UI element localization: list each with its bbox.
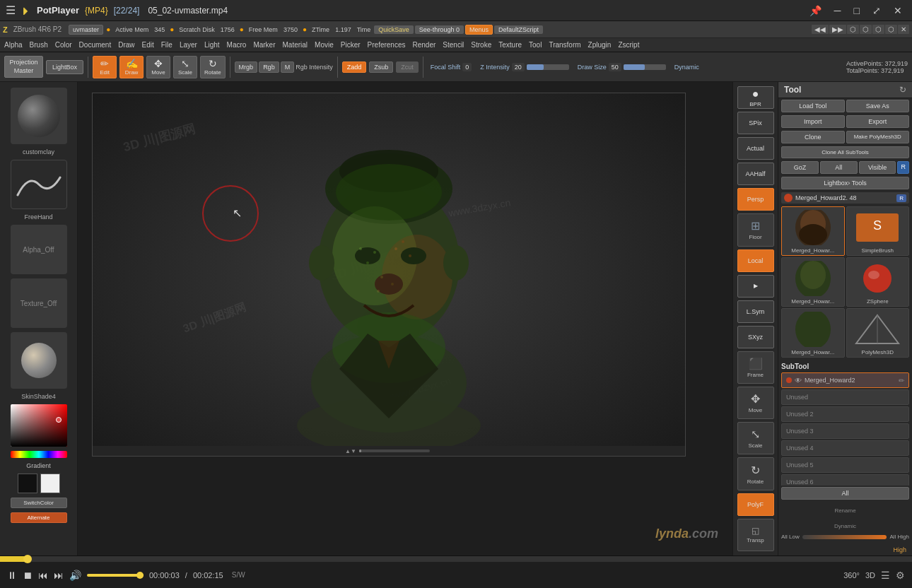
alternate-btn[interactable]: Alternate — [11, 512, 67, 523]
clone-all-subtools-btn[interactable]: Clone All SubTools — [781, 146, 909, 158]
progress-bar[interactable] — [0, 556, 912, 562]
tool-thumb-3[interactable]: Merged_Howar... — [781, 257, 845, 307]
transp-btn[interactable]: ◱ Transp — [737, 519, 774, 551]
all-btn[interactable]: All — [820, 161, 858, 174]
zb-icon-3[interactable]: ⬡ — [847, 25, 859, 34]
menu-transform[interactable]: Transform — [549, 41, 580, 49]
menu-stroke[interactable]: Stroke — [471, 41, 491, 49]
sxyz-btn[interactable]: SXyz — [737, 326, 774, 348]
stroke-preview[interactable] — [11, 160, 67, 209]
next-btn[interactable]: ⏭ — [54, 570, 64, 581]
lsym-btn[interactable]: L.Sym — [737, 300, 774, 323]
menu-zplugin[interactable]: Zplugin — [588, 41, 612, 49]
pin-icon[interactable]: 📌 — [805, 4, 826, 18]
playlist-icon[interactable]: ☰ — [881, 570, 890, 581]
stop-btn[interactable]: ⏹ — [23, 570, 33, 581]
menu-alpha[interactable]: Alpha — [4, 41, 23, 49]
subtool-active-toggle[interactable]: 👁 — [795, 377, 802, 384]
tool-thumb-1[interactable]: Merged_Howar... — [781, 206, 845, 256]
menu-macro[interactable]: Macro — [227, 41, 247, 49]
swatch-black[interactable] — [18, 474, 37, 493]
zb-icon-1[interactable]: ◀◀ — [812, 25, 829, 34]
prev-btn[interactable]: ⏮ — [38, 570, 48, 581]
projection-master-btn[interactable]: Projection Master — [4, 56, 43, 78]
color-picker[interactable] — [11, 404, 67, 447]
zadd-btn[interactable]: Zadd — [342, 61, 367, 73]
quality-slider[interactable] — [802, 535, 887, 539]
vol-btn[interactable]: 🔊 — [69, 570, 81, 581]
subtool-active[interactable]: 👁 Merged_Howard2 ✏ — [781, 372, 909, 388]
zsub-btn[interactable]: Zsub — [369, 61, 393, 73]
persp-btn[interactable]: Persp — [737, 188, 774, 211]
viewport-bg[interactable]: 3D 川|图源网 www.3dzyx.cn 3D 川|图源网 www.3dzyx… — [93, 93, 685, 456]
make-polymesh-btn[interactable]: Make PolyMesh3D — [846, 131, 910, 143]
subtool-edit-icon[interactable]: ✏ — [899, 377, 904, 384]
quicksave-btn[interactable]: QuickSave — [374, 25, 414, 34]
draw-size-bar[interactable] — [624, 64, 666, 70]
subtool-item-6[interactable]: Unused 6 — [781, 474, 909, 486]
m-btn[interactable]: M — [281, 61, 295, 73]
zb-icon-2[interactable]: ▶▶ — [829, 25, 846, 34]
default-script-btn[interactable]: DefaultZScript — [494, 25, 543, 34]
scale-btn[interactable]: ⤡ Scale — [173, 56, 197, 78]
rotate-rt-btn[interactable]: ↻ Rotate — [737, 457, 774, 490]
save-as-btn[interactable]: Save As — [846, 100, 910, 112]
menu-color[interactable]: Color — [55, 41, 72, 49]
brush-preview[interactable] — [11, 88, 67, 144]
menu-brush[interactable]: Brush — [30, 41, 48, 49]
menu-picker[interactable]: Picker — [341, 41, 361, 49]
lightbox-btn[interactable]: LightBox — [46, 60, 83, 74]
pause-btn[interactable]: ⏸ — [7, 570, 17, 581]
all-subtools-btn[interactable]: All — [781, 487, 909, 500]
rotate-btn[interactable]: ↻ Rotate — [200, 56, 226, 78]
progress-thumb[interactable] — [23, 555, 32, 563]
menu-icon[interactable]: ☰ — [6, 4, 16, 17]
subtool-item-2[interactable]: Unused 2 — [781, 406, 909, 422]
visible-btn[interactable]: Visible — [859, 161, 896, 174]
menu-light[interactable]: Light — [204, 41, 220, 49]
see-through-btn[interactable]: See-through 0 — [415, 25, 464, 34]
subtool-item-1[interactable]: Unused — [781, 389, 909, 405]
load-tool-btn[interactable]: Load Tool — [781, 100, 845, 112]
bpr-btn[interactable]: ● BPR — [737, 86, 774, 109]
tool-thumb-5[interactable]: Merged_Howar... — [781, 308, 845, 358]
subtool-item-3[interactable]: Unused 3 — [781, 423, 909, 439]
import-btn[interactable]: Import — [781, 115, 845, 128]
subtool-item-4[interactable]: Unused 4 — [781, 440, 909, 456]
clone-btn[interactable]: Clone — [781, 131, 845, 143]
aahalf-btn[interactable]: AAHalf — [737, 163, 774, 185]
menu-file[interactable]: File — [161, 41, 173, 49]
subtool-item-5[interactable]: Unused 5 — [781, 457, 909, 473]
menu-movie[interactable]: Movie — [315, 41, 334, 49]
rp-refresh-icon[interactable]: ↻ — [899, 85, 906, 95]
tool-thumb-4[interactable]: ZSphere — [846, 257, 910, 307]
zb-icon-4[interactable]: ⬡ — [860, 25, 872, 34]
color-bar[interactable] — [11, 451, 67, 458]
alpha-preview[interactable]: Alpha_Off — [11, 225, 67, 274]
menu-preferences[interactable]: Preferences — [368, 41, 406, 49]
menu-render[interactable]: Render — [413, 41, 436, 49]
zb-icon-close[interactable]: ✕ — [898, 25, 909, 34]
frame-btn[interactable]: ⬛ Frame — [737, 351, 774, 384]
menu-edit[interactable]: Edit — [142, 41, 154, 49]
lightbox-tools-btn[interactable]: Lightbox› Tools — [781, 177, 909, 189]
close-btn[interactable]: ✕ — [889, 4, 906, 18]
volume-thumb[interactable] — [136, 572, 144, 579]
menu-stencil[interactable]: Stencil — [443, 41, 464, 49]
menus-btn[interactable]: Menus — [465, 25, 493, 35]
menu-document[interactable]: Document — [79, 41, 112, 49]
local-btn[interactable]: Local — [737, 249, 774, 272]
floor-btn[interactable]: ⊞ Floor — [737, 213, 774, 246]
rgb-btn[interactable]: Rgb — [259, 61, 279, 73]
volume-slider[interactable] — [87, 574, 144, 577]
viewport[interactable]: 3D 川|图源网 www.3dzyx.cn 3D 川|图源网 www.3dzyx… — [92, 93, 686, 457]
menu-tool[interactable]: Tool — [529, 41, 542, 49]
actual-btn[interactable]: Actual — [737, 137, 774, 160]
menu-texture[interactable]: Texture — [498, 41, 522, 49]
maximize-btn[interactable]: ⤢ — [868, 4, 885, 18]
canvas-area[interactable]: 3D 川|图源网 www.3dzyx.cn 3D 川|图源网 www.3dzyx… — [78, 82, 732, 555]
move-rt-btn[interactable]: ✥ Move — [737, 387, 774, 419]
minimize-btn[interactable]: ─ — [830, 4, 846, 18]
mode-3d-btn[interactable]: 3D — [865, 571, 875, 580]
draw-btn[interactable]: ✍ Draw — [119, 56, 144, 78]
